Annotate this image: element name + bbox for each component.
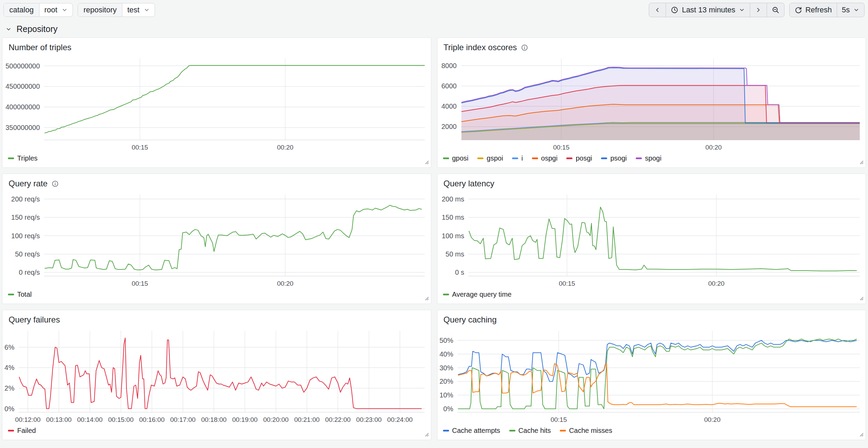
legend-swatch [443,294,449,295]
svg-text:40%: 40% [439,350,453,358]
refresh-interval-select[interactable]: 5s [837,3,864,17]
legend-swatch [477,157,483,159]
legend-item[interactable]: Failed [8,427,36,435]
svg-text:450000000: 450000000 [5,83,40,90]
panel-header: Query caching [437,310,866,326]
svg-text:100 req/s: 100 req/s [11,232,40,240]
panel-resize-handle[interactable] [859,160,864,166]
variable-repository-label: repository [78,3,123,17]
legend-item[interactable]: Average query time [443,291,512,298]
panel-resize-handle[interactable] [424,432,429,438]
panel-triple-index-oscores: Triple index oscores 00:1500:20200040006… [437,37,866,168]
time-shift-forward-button[interactable] [750,3,767,17]
panel-title[interactable]: Query latency [444,179,494,188]
legend-label: spogi [645,154,661,162]
svg-text:100 ms: 100 ms [442,232,464,240]
zoom-out-button[interactable] [767,3,784,17]
dashboard-grid: Number of triples 00:1500:20350000000400… [2,37,866,440]
svg-text:00:20: 00:20 [708,280,724,287]
variable-catalog-select[interactable]: root [40,3,73,17]
legend-item[interactable]: psogi [601,154,627,162]
info-icon[interactable] [52,180,59,187]
svg-text:6000: 6000 [441,82,457,90]
chart-triple-index-oscores[interactable]: 00:1500:202000400060008000 [437,54,866,153]
chevron-down-icon [853,7,859,13]
chart-number-of-triples[interactable]: 00:1500:20350000000400000000450000000500… [2,54,431,153]
legend-swatch [443,157,449,159]
legend-swatch [8,294,14,295]
time-shift-back-button[interactable] [649,3,666,17]
legend-item[interactable]: Triples [8,154,37,162]
legend-item[interactable]: Total [8,291,32,298]
legend-swatch [8,157,14,159]
svg-text:50 req/s: 50 req/s [15,250,40,258]
legend-swatch [509,430,515,431]
variable-repository-select[interactable]: test [122,3,154,17]
svg-text:00:15: 00:15 [550,416,567,423]
variable-catalog-value: root [44,6,57,14]
legend-swatch [8,430,14,431]
panel-resize-handle[interactable] [424,296,429,302]
panel-title[interactable]: Query caching [444,315,497,325]
info-icon[interactable] [521,44,528,51]
chart-query-rate[interactable]: 00:1500:200 req/s50 req/s100 req/s150 re… [2,190,431,289]
panel-resize-handle[interactable] [859,296,864,302]
svg-text:4000: 4000 [441,102,457,110]
svg-text:2%: 2% [4,384,14,392]
legend-item[interactable]: Cache misses [560,427,612,435]
svg-text:0%: 0% [4,405,14,413]
panel-header: Number of triples [2,38,431,54]
legend-swatch [560,430,566,431]
legend-item[interactable]: Cache hits [509,427,551,435]
svg-text:150 req/s: 150 req/s [11,214,40,221]
refresh-button[interactable]: Refresh [790,3,837,17]
svg-text:00:20: 00:20 [704,416,721,423]
panel-title[interactable]: Query failures [9,315,60,325]
legend-label: i [521,154,523,162]
svg-text:0%: 0% [443,405,453,413]
legend-item[interactable]: i [512,154,523,162]
panel-title[interactable]: Triple index oscores [444,43,517,52]
svg-text:00:20:00: 00:20:00 [263,416,289,423]
panel-resize-handle[interactable] [424,160,429,166]
svg-text:00:21:00: 00:21:00 [294,416,320,423]
panel-header: Query rate [2,174,431,190]
legend-item[interactable]: gposi [443,154,469,162]
panel-title[interactable]: Number of triples [9,43,71,52]
time-range-label: Last 13 minutes [682,6,735,14]
legend-item[interactable]: gspoi [477,154,503,162]
legend-item[interactable]: ospgi [532,154,558,162]
panel-resize-handle[interactable] [859,432,864,438]
svg-text:00:13:00: 00:13:00 [46,416,71,423]
chevron-right-icon [755,7,762,13]
svg-text:20%: 20% [439,378,453,385]
refresh-icon [794,6,802,14]
legend-swatch [566,157,572,159]
legend-item[interactable]: posgi [566,154,592,162]
variable-repository: repository test [78,3,155,17]
legend-item[interactable]: spogi [636,154,661,162]
chart-query-failures[interactable]: 00:12:0000:13:0000:14:0000:15:0000:16:00… [2,326,431,425]
refresh-controls: Refresh 5s [789,3,865,17]
chart-query-latency[interactable]: 00:1500:200 s50 ms100 ms150 ms200 ms [437,190,866,289]
time-range-picker[interactable]: Last 13 minutes [666,3,749,17]
svg-text:200 req/s: 200 req/s [11,195,40,203]
legend-label: psogi [610,154,627,162]
panel-title[interactable]: Query rate [9,179,47,188]
svg-text:2000: 2000 [441,123,457,130]
legend: Average query time [437,289,866,298]
legend: gposigspoiiospgiposgipsogispogi [437,153,866,162]
panel-query-latency: Query latency 00:1500:200 s50 ms100 ms15… [437,174,866,304]
svg-text:400000000: 400000000 [5,103,40,111]
svg-text:6%: 6% [4,343,14,351]
section-row-repository[interactable]: Repository [0,19,868,37]
legend-item[interactable]: Cache attempts [443,427,500,435]
svg-text:8000: 8000 [441,62,457,69]
svg-text:00:20: 00:20 [277,144,293,151]
panel-number-of-triples: Number of triples 00:1500:20350000000400… [2,37,431,168]
clock-icon [671,6,678,14]
chart-query-caching[interactable]: 00:1500:200%10%20%30%40%50% [437,326,866,425]
svg-text:00:15: 00:15 [132,280,148,287]
svg-text:50 ms: 50 ms [445,250,464,258]
legend-label: Failed [17,427,36,435]
